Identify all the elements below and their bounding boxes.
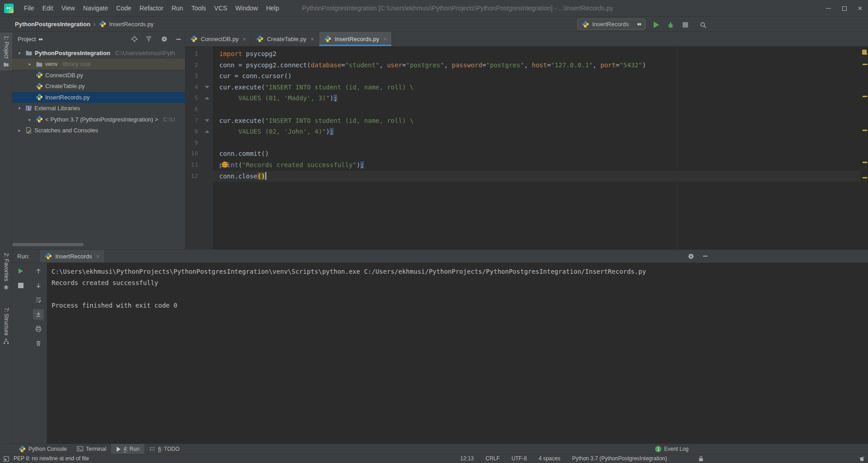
- maximize-button[interactable]: [836, 0, 852, 17]
- toolwindow-button-6-todo[interactable]: 6: TODO: [144, 444, 184, 454]
- run-tab[interactable]: InsertRecords ×: [39, 250, 105, 262]
- menu-vcs[interactable]: VCS: [210, 3, 231, 14]
- tab-close-icon[interactable]: ×: [383, 36, 387, 42]
- code-line[interactable]: 8 VALUES (02, 'John', 4)");: [185, 126, 861, 137]
- code-line[interactable]: 11print("Records created successfully");: [185, 159, 861, 171]
- code-editor[interactable]: 1import psycopg22conn = psycopg2.connect…: [185, 48, 861, 182]
- menu-run[interactable]: Run: [167, 3, 187, 14]
- tree-item[interactable]: ▾PythonPostgresIntegrationC:\Users\ekhmu…: [12, 47, 185, 59]
- code-line[interactable]: 4cur.execute("INSERT INTO student (id, n…: [185, 82, 861, 93]
- locate-file-icon[interactable]: [131, 36, 138, 43]
- breadcrumb-project[interactable]: PythonPostgresIntegration: [15, 21, 90, 28]
- debug-button[interactable]: [666, 21, 675, 28]
- chevron-down-icon[interactable]: [39, 38, 42, 40]
- code-line[interactable]: 1import psycopg2: [185, 48, 861, 60]
- clear-all-icon[interactable]: [33, 338, 44, 349]
- status-message[interactable]: PEP 8: no newline at end of file: [14, 455, 89, 462]
- menu-file[interactable]: File: [20, 3, 38, 14]
- editor-tab-insertrecordspy[interactable]: InsertRecords.py×: [319, 32, 392, 46]
- settings-gear-icon[interactable]: [161, 36, 168, 43]
- menu-edit[interactable]: Edit: [38, 3, 57, 14]
- status-indent-style[interactable]: 4 spaces: [538, 455, 560, 462]
- write-lock-icon[interactable]: [698, 456, 703, 462]
- menu-refactor[interactable]: Refactor: [136, 3, 168, 14]
- code-line[interactable]: 12conn.close(): [185, 171, 861, 182]
- intention-bulb-icon[interactable]: [222, 161, 228, 168]
- fold-up-icon[interactable]: [205, 97, 209, 99]
- code-line[interactable]: 3cur = conn.cursor(): [185, 70, 861, 82]
- inspections-profile-icon[interactable]: [859, 456, 865, 462]
- minimize-button[interactable]: [821, 0, 836, 17]
- tree-item[interactable]: ▸< Python 3.7 (PythonPostgresIntegration…: [12, 114, 185, 125]
- toolwindow-button-python-console[interactable]: Python Console: [14, 444, 72, 454]
- soft-wrap-icon[interactable]: [33, 295, 44, 305]
- tree-item[interactable]: ConnectDB.py: [12, 70, 185, 81]
- tree-arrow-right-icon[interactable]: ▸: [26, 117, 33, 122]
- code-text: cur = conn.cursor(): [212, 70, 861, 82]
- menu-tools[interactable]: Tools: [187, 3, 210, 14]
- status-caret-position[interactable]: 12:13: [460, 455, 474, 462]
- hide-panel-icon[interactable]: [703, 256, 708, 257]
- code-text: conn = psycopg2.connect(database="studen…: [212, 60, 861, 71]
- rerun-icon[interactable]: [15, 266, 26, 276]
- down-stack-trace-icon[interactable]: [33, 280, 44, 291]
- run-console[interactable]: C:\Users\ekhmusi\PythonProjects\PythonPo…: [47, 263, 868, 444]
- scroll-to-end-icon[interactable]: [33, 309, 44, 320]
- tree-item[interactable]: ▸venvlibrary root: [12, 59, 185, 70]
- settings-gear-icon[interactable]: [688, 253, 694, 260]
- breadcrumb-file[interactable]: InsertRecords.py: [109, 21, 154, 28]
- tree-item[interactable]: ▸Scratches and Consoles: [12, 125, 185, 136]
- code-line[interactable]: 5 VALUES (01, 'Maddy', 3)");: [185, 93, 861, 104]
- tab-close-icon[interactable]: ×: [96, 253, 99, 260]
- event-log-button[interactable]: 1 Event Log: [655, 444, 689, 454]
- fold-down-icon[interactable]: [205, 119, 209, 122]
- up-stack-trace-icon[interactable]: [33, 266, 44, 276]
- tab-close-icon[interactable]: ×: [243, 36, 246, 42]
- stripe-button-project[interactable]: 1: Project: [0, 33, 12, 70]
- tree-arrow-down-icon[interactable]: ▾: [16, 106, 23, 111]
- horizontal-scrollbar[interactable]: [12, 243, 185, 247]
- editor-tab-createtablepy[interactable]: CreateTable.py×: [251, 32, 319, 46]
- tree-item[interactable]: InsertRecords.py: [12, 92, 185, 103]
- menu-code[interactable]: Code: [112, 3, 135, 14]
- code-line[interactable]: 6: [185, 104, 861, 115]
- run-button[interactable]: [652, 21, 660, 28]
- project-panel-title[interactable]: Project: [18, 36, 36, 42]
- menu-window[interactable]: Window: [231, 3, 262, 14]
- stop-icon[interactable]: [15, 280, 26, 291]
- menu-view[interactable]: View: [57, 3, 79, 14]
- tree-arrow-right-icon[interactable]: ▸: [16, 128, 23, 133]
- tree-item[interactable]: CreateTable.py: [12, 81, 185, 92]
- tree-arrow-down-icon[interactable]: ▾: [16, 51, 23, 56]
- toolwindow-switcher-icon[interactable]: [4, 456, 9, 462]
- menu-navigate[interactable]: Navigate: [79, 3, 112, 14]
- tree-item[interactable]: ▾External Libraries: [12, 103, 185, 114]
- tree-arrow-right-icon[interactable]: ▸: [26, 61, 33, 66]
- toolwindow-button-4-run[interactable]: 4: Run: [111, 444, 144, 454]
- code-line[interactable]: 10conn.commit(): [185, 148, 861, 159]
- code-line[interactable]: 7cur.execute("INSERT INTO student (id, n…: [185, 115, 861, 126]
- status-python-interpreter[interactable]: Python 3.7 (PythonPostgresIntegration): [572, 455, 667, 462]
- print-icon[interactable]: [33, 323, 44, 334]
- stripe-button-structure[interactable]: 7: Structure: [0, 304, 12, 347]
- menu-help[interactable]: Help: [262, 3, 283, 14]
- code-line[interactable]: 9: [185, 137, 861, 149]
- toolwindow-button-terminal[interactable]: Terminal: [72, 444, 111, 454]
- code-line[interactable]: 2conn = psycopg2.connect(database="stude…: [185, 60, 861, 71]
- fold-down-icon[interactable]: [205, 86, 209, 89]
- search-everywhere-icon[interactable]: [699, 21, 707, 28]
- collapse-all-icon[interactable]: [146, 36, 153, 43]
- stripe-button-favorites[interactable]: 2: Favorites: [0, 250, 12, 293]
- run-configuration-select[interactable]: InsertRecords: [577, 19, 646, 30]
- event-count-badge: 1: [655, 446, 661, 452]
- code-token: ): [261, 173, 265, 180]
- stop-button[interactable]: [681, 21, 689, 28]
- status-file-encoding[interactable]: UTF-8: [511, 455, 527, 462]
- close-button[interactable]: ×: [852, 0, 868, 17]
- tab-close-icon[interactable]: ×: [311, 36, 314, 42]
- hide-panel-icon[interactable]: [176, 36, 184, 43]
- fold-up-icon[interactable]: [205, 130, 209, 133]
- code-token: ): [642, 61, 646, 69]
- status-line-separator[interactable]: CRLF: [486, 455, 500, 462]
- editor-tab-connectdbpy[interactable]: ConnectDB.py×: [185, 32, 251, 46]
